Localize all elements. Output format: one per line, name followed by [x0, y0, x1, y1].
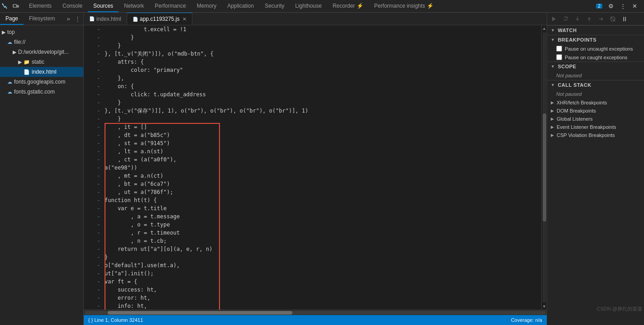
line-code[interactable]: , bt = a("6ca7"): [105, 180, 537, 188]
line-code[interactable]: }: [105, 33, 537, 42]
tab-sources[interactable]: Sources: [88, 0, 119, 12]
line-code[interactable]: t.excell = !1: [105, 25, 537, 33]
line-code[interactable]: , mt = a.n(ct): [105, 172, 537, 180]
file-tab-app-js[interactable]: 📄 app.c1193275.js ✕: [127, 13, 192, 25]
badge-count[interactable]: 2: [594, 1, 604, 11]
line-code[interactable]: , ct = (a("a0f0"),: [105, 155, 537, 164]
pause-caught-checkbox[interactable]: Pause on caught exceptions: [547, 53, 644, 61]
devtools-device-icon[interactable]: [12, 2, 20, 10]
tab-application[interactable]: Application: [222, 0, 259, 12]
file-tab-close-icon[interactable]: ✕: [182, 16, 186, 22]
section-csp-breakpoints[interactable]: CSP Violation Breakpoints: [547, 131, 644, 139]
tab-performance[interactable]: Performance: [149, 0, 191, 12]
hscroll-thumb[interactable]: [108, 311, 292, 315]
code-editor[interactable]: - t.excell = !1- }- }-}, [t._v("关闭")]), …: [84, 25, 541, 310]
line-code[interactable]: }: [105, 42, 537, 50]
pause-exceptions-icon[interactable]: ⏸: [620, 14, 630, 24]
line-code[interactable]: }: [105, 253, 537, 261]
tree-item-static[interactable]: ▶ 📁 static: [0, 57, 83, 67]
scroll-thumb[interactable]: [543, 113, 546, 221]
resume-icon[interactable]: [549, 14, 559, 24]
line-code[interactable]: }, [t._v("关闭")]), o("mdb-btn", {: [105, 50, 537, 58]
step-icon[interactable]: [596, 14, 606, 24]
tree-item-index-html[interactable]: 📄 index.html: [0, 67, 83, 77]
line-code[interactable]: }: [105, 115, 537, 123]
pause-uncaught-input[interactable]: [556, 46, 562, 52]
line-code[interactable]: ut["a"].init();: [105, 269, 537, 278]
tab-lighthouse[interactable]: Lighthouse: [290, 0, 327, 12]
section-scope[interactable]: Scope: [547, 61, 644, 71]
tree-item-top[interactable]: ▶ top: [0, 27, 83, 37]
line-code[interactable]: , st = a("9145"): [105, 139, 537, 147]
section-breakpoints[interactable]: Breakpoints: [547, 35, 644, 44]
section-event-listener-breakpoints[interactable]: Event Listener Breakpoints: [547, 123, 644, 131]
tab-recorder[interactable]: Recorder ⚡: [327, 0, 369, 12]
line-code[interactable]: function ht(t) {: [105, 196, 537, 204]
close-devtools-icon[interactable]: ✕: [630, 1, 639, 11]
step-out-icon[interactable]: [584, 14, 594, 24]
code-line: -var ft = {: [84, 278, 541, 286]
status-coverage[interactable]: Coverage: n/a: [511, 317, 542, 323]
line-code[interactable]: color: "primary": [105, 66, 537, 74]
line-code[interactable]: o["default"].use(mt.a),: [105, 261, 537, 269]
section-callstack[interactable]: Call Stack: [547, 80, 644, 89]
horizontal-scrollbar[interactable]: [84, 310, 547, 315]
hscroll-track[interactable]: [85, 311, 546, 315]
settings-icon[interactable]: ⚙: [606, 1, 616, 11]
line-code[interactable]: on: {: [105, 82, 537, 90]
line-code[interactable]: , a = t.message: [105, 212, 537, 221]
pause-uncaught-checkbox[interactable]: Pause on uncaught exceptions: [547, 44, 644, 53]
line-code[interactable]: a("ee98")): [105, 164, 537, 172]
line-code[interactable]: click: t.update_address: [105, 90, 537, 99]
line-code[interactable]: , r = t.timeout: [105, 229, 537, 237]
section-global-listeners[interactable]: Global Listeners: [547, 115, 644, 123]
deactivate-breakpoints-icon[interactable]: [608, 14, 618, 24]
sidebar-options-icon[interactable]: ⋮: [73, 15, 81, 23]
section-dom-breakpoints[interactable]: DOM Breakpoints: [547, 107, 644, 115]
tab-elements[interactable]: Elements: [24, 0, 57, 12]
sidebar-more-icon[interactable]: »: [64, 15, 72, 23]
line-code[interactable]: return ut["a"][o](a, e, r, n): [105, 245, 537, 253]
scroll-up-arrow[interactable]: ▲: [542, 25, 547, 32]
scroll-down-arrow[interactable]: ▼: [542, 303, 547, 310]
more-icon[interactable]: ⋮: [618, 1, 628, 11]
code-line: - }: [84, 42, 541, 50]
tree-item-file-origin[interactable]: ☁ file://: [0, 37, 83, 47]
folder-icon: 📁: [24, 59, 30, 65]
vertical-scrollbar[interactable]: ▲ ▼: [541, 25, 547, 310]
step-into-icon[interactable]: [572, 14, 582, 24]
devtools-inspect-icon[interactable]: [1, 2, 9, 10]
section-watch[interactable]: Watch: [547, 25, 644, 35]
line-code[interactable]: attrs: {: [105, 58, 537, 66]
line-code[interactable]: var ft = {: [105, 278, 537, 286]
sidebar-tab-filesystem[interactable]: Filesystem: [24, 13, 60, 25]
sidebar-tab-page[interactable]: Page: [0, 13, 24, 25]
line-code[interactable]: var e = t.title: [105, 204, 537, 212]
line-code[interactable]: }: [105, 99, 537, 107]
line-code[interactable]: , n = t.cb;: [105, 237, 537, 245]
tree-item-git-folder[interactable]: ▶ D:/work/develop/git...: [0, 47, 83, 57]
tab-memory[interactable]: Memory: [191, 0, 222, 12]
file-tab-index[interactable]: 📄 index.html: [84, 13, 127, 25]
step-over-icon[interactable]: [561, 14, 571, 24]
tree-item-gstatic[interactable]: ☁ fonts.gstatic.com: [0, 87, 83, 97]
line-code[interactable]: , ut = a("786f");: [105, 188, 537, 196]
line-code[interactable]: success: ht,: [105, 286, 537, 294]
tab-security[interactable]: Security: [259, 0, 290, 12]
line-code[interactable]: }, [t._v("保存")]], 1), o("br"), o("br"), …: [105, 107, 537, 115]
line-code[interactable]: , dt = a("b85c"): [105, 131, 537, 139]
tree-item-googleapis[interactable]: ☁ fonts.googleapis.com: [0, 77, 83, 87]
scroll-track[interactable]: [543, 33, 546, 302]
line-code[interactable]: info: ht,: [105, 302, 537, 310]
line-code[interactable]: , lt = a.n(st): [105, 147, 537, 155]
status-cursor[interactable]: { } Line 1, Column 32411: [88, 317, 143, 323]
tab-performance-insights[interactable]: Performance insights ⚡: [369, 0, 439, 12]
tab-network[interactable]: Network: [119, 0, 149, 12]
pause-caught-input[interactable]: [556, 54, 562, 60]
line-code[interactable]: },: [105, 74, 537, 82]
line-code[interactable]: error: ht,: [105, 294, 537, 302]
tab-console[interactable]: Console: [57, 0, 88, 12]
section-xhr-breakpoints[interactable]: XHR/fetch Breakpoints: [547, 99, 644, 107]
line-code[interactable]: , o = t.type: [105, 221, 537, 229]
line-code[interactable]: , it = []: [105, 123, 537, 131]
